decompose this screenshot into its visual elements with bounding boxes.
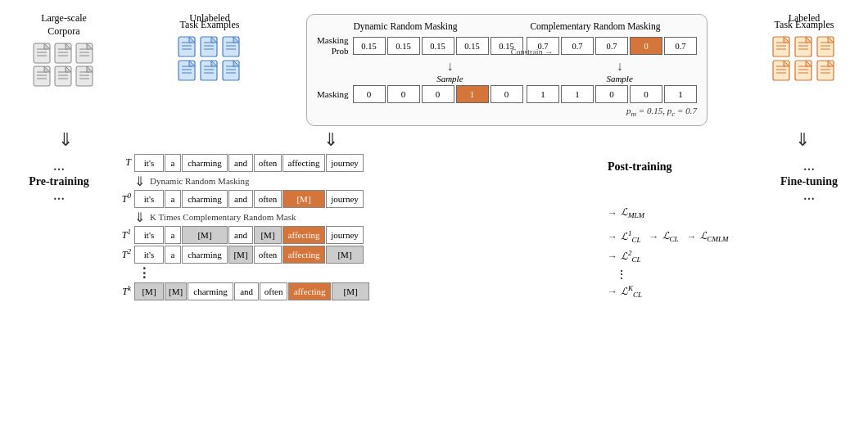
- T-label: T: [110, 156, 131, 169]
- T1-cell-1: it's: [134, 226, 164, 244]
- pretraining-label: Pre-training: [29, 175, 89, 188]
- blue-doc-1: [178, 36, 196, 57]
- T1-cell-4: and: [228, 226, 253, 244]
- T1-label: T1: [110, 228, 131, 242]
- main-diagram: Large-scaleCorpora Unlabeled Task Exampl…: [0, 0, 868, 447]
- dm-cell-5: 0: [491, 85, 523, 103]
- dm-cell-1: 0: [353, 85, 386, 103]
- T-cells: it's a charming and often affecting jour…: [134, 154, 364, 172]
- T-cell-6: affecting: [283, 154, 325, 172]
- T2-cell-3: charming: [182, 246, 228, 264]
- dm-cell-2: 0: [387, 85, 420, 103]
- post-training-label: Post-training: [608, 160, 765, 174]
- finetuning-column: … Fine-tuning …: [765, 154, 853, 203]
- arrow-to-cl2: →: [608, 251, 617, 263]
- loss-clk-label: ℒKCL: [621, 284, 642, 299]
- orange-doc-2: [794, 36, 812, 57]
- Tk-row: Tk [M] [M] charming and often affecting …: [110, 282, 601, 300]
- posttraining-arrow-down: ⇓: [233, 129, 635, 151]
- dynamic-mask-cells: 0 0 0 1 0: [353, 85, 523, 103]
- blue-doc-4: [178, 60, 196, 81]
- dynamic-prob-cells: 0.15 0.15 0.15 0.15 0.15: [353, 37, 523, 55]
- dp-cell-2: 0.15: [387, 37, 420, 55]
- finetuning-dots-below: …: [803, 190, 815, 203]
- cm-cell-3: 0: [595, 85, 628, 103]
- dm-cell-4: 1: [456, 85, 489, 103]
- finetuning-label: Fine-tuning: [780, 175, 838, 188]
- T1-cell-7: journey: [326, 226, 364, 244]
- T2-cell-2: a: [165, 246, 181, 264]
- blue-doc-2: [200, 36, 218, 57]
- T-row: T it's a charming and often affecting jo…: [110, 154, 601, 172]
- Tk-cell-7: [M]: [332, 282, 369, 300]
- unlabeled-doc-grid: [178, 36, 242, 81]
- masking-prob-row: MaskingProb 0.15 0.15 0.15 0.15 0.15 0.7…: [317, 35, 697, 56]
- k-arrow-icon: ⇓: [134, 210, 145, 225]
- Tk-cell-1: [M]: [134, 282, 164, 300]
- down-arrow-2: ↓: [617, 59, 623, 74]
- complementary-masking-title: Complementary Random Masking: [530, 21, 660, 31]
- large-scale-label: Large-scaleCorpora: [41, 12, 87, 38]
- T0-cell-3: charming: [182, 190, 228, 208]
- T0-cell-1: it's: [134, 190, 164, 208]
- orange-doc-5: [794, 60, 812, 81]
- doc-icon-6: [75, 65, 93, 87]
- T2-cells: it's a charming [M] often affecting [M]: [134, 246, 364, 264]
- loss-cl-label: ℒCL: [662, 230, 679, 243]
- T-cell-7: journey: [326, 154, 364, 172]
- pretraining-dots-below: …: [53, 190, 65, 203]
- masking-values-row: Masking 0 0 0 1 0 1 1 0 0 1: [317, 85, 697, 103]
- corpora-doc-grid: [33, 43, 95, 87]
- Tk-cells: [M] [M] charming and often affecting [M]: [134, 282, 369, 300]
- Tk-cell-3: charming: [188, 282, 233, 300]
- k-times-arrow-row: ⇓ K Times Complementary Random Mask: [110, 210, 601, 225]
- orange-doc-3: [816, 36, 834, 57]
- down-arrow-1: ↓: [446, 59, 453, 74]
- T0-row: T0 it's a charming and often [M] journey: [110, 190, 601, 208]
- constrain-arrow: Constrain →: [511, 47, 553, 56]
- T2-cell-6: affecting: [283, 246, 325, 264]
- complementary-mask-cells: 1 1 0 0 1: [527, 85, 697, 103]
- T-cell-5: often: [254, 154, 282, 172]
- dynamic-masking-title: Dynamic Random Masking: [353, 21, 457, 31]
- blue-doc-3: [222, 36, 240, 57]
- cm-cell-4: 0: [630, 85, 662, 103]
- T1-row: T1 it's a [M] and [M] affecting journey: [110, 226, 601, 244]
- large-scale-corpora-section: Large-scaleCorpora: [15, 12, 113, 87]
- T0-cell-6: [M]: [283, 190, 325, 208]
- labeled-doc-grid: [772, 36, 836, 81]
- mlm-loss-row: → ℒMLM: [608, 205, 765, 223]
- cm-cell-1: 1: [527, 85, 559, 103]
- loss-dots: ⋮: [616, 268, 765, 282]
- sample-arrows-row: ↓ Sample Constrain → ↓ Sample: [317, 59, 697, 84]
- sample-label-1: Sample: [436, 74, 463, 84]
- T-cell-2: a: [165, 154, 181, 172]
- Tk-cell-2: [M]: [165, 282, 187, 300]
- T0-cells: it's a charming and often [M] journey: [134, 190, 364, 208]
- pretraining-column: … Pre-training …: [15, 154, 103, 203]
- Tk-label: Tk: [110, 284, 131, 298]
- orange-doc-1: [772, 36, 790, 57]
- loss-cl1-label: ℒ1CL: [621, 229, 641, 244]
- unlabeled-section: Unlabeled Task Examples: [160, 12, 259, 81]
- dp-cell-4: 0.15: [456, 37, 489, 55]
- cp-cell-4: 0: [630, 37, 662, 55]
- orange-doc-6: [816, 60, 834, 81]
- arrow-to-clk: →: [608, 286, 617, 298]
- loss-mlm-label: ℒMLM: [621, 206, 644, 219]
- finetuning-dots-above: …: [803, 160, 815, 174]
- T0-cell-4: and: [228, 190, 253, 208]
- dyn-arrow-icon: ⇓: [134, 174, 145, 189]
- cp-cell-5: 0.7: [664, 37, 697, 55]
- blue-doc-6: [222, 60, 240, 81]
- unlabeled-label2: Task Examples: [180, 19, 240, 32]
- masking-prob-label: MaskingProb: [317, 35, 353, 56]
- doc-icon-2: [54, 43, 72, 64]
- T0-cell-7: journey: [326, 190, 364, 208]
- T2-row: T2 it's a charming [M] often affecting […: [110, 246, 601, 264]
- finetuning-arrow-down: ⇓: [762, 129, 843, 151]
- T-cell-3: charming: [182, 154, 228, 172]
- k-times-label: K Times Complementary Random Mask: [150, 212, 296, 222]
- pm-formula: pm = 0.15, pc = 0.7: [317, 106, 697, 118]
- pretraining-dots-above: …: [53, 160, 65, 174]
